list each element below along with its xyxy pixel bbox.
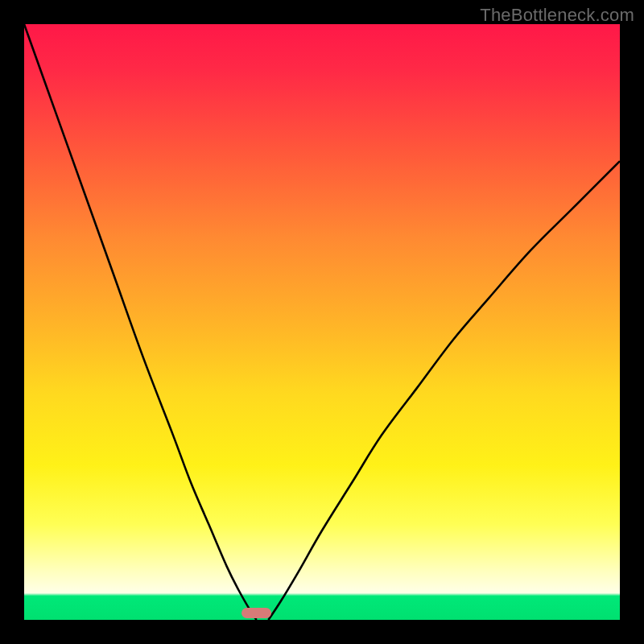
watermark-text: TheBottleneck.com	[480, 5, 634, 26]
left-branch-path	[24, 24, 257, 620]
plot-area	[24, 24, 620, 620]
right-branch-path	[268, 161, 620, 620]
bottleneck-curve	[24, 24, 620, 620]
optimal-marker	[242, 608, 271, 618]
